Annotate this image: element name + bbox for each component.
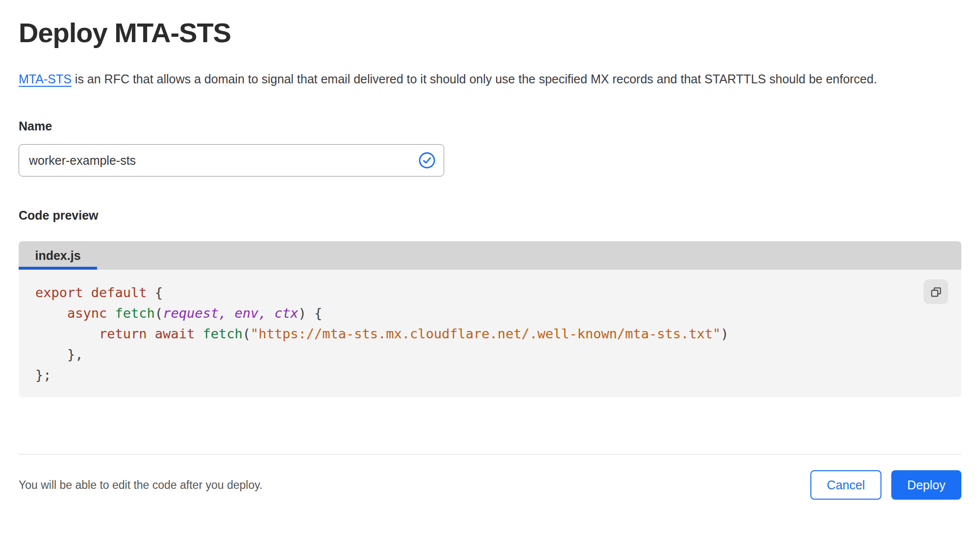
deploy-button[interactable]: Deploy xyxy=(891,470,961,500)
code-line: }; xyxy=(35,365,922,385)
deploy-mta-sts-page: Deploy MTA-STS MTA-STS is an RFC that al… xyxy=(0,0,980,500)
code-editor-preview: export default { async fetch(request, en… xyxy=(19,270,961,397)
page-description-text: is an RFC that allows a domain to signal… xyxy=(75,72,877,86)
footer-note: You will be able to edit the code after … xyxy=(19,479,262,492)
copy-icon xyxy=(930,285,943,299)
code-tab-bar: index.js xyxy=(19,241,961,270)
copy-code-button[interactable] xyxy=(924,279,948,304)
code-line: }, xyxy=(35,344,922,365)
code-line: async fetch(request, env, ctx) { xyxy=(35,303,922,324)
mta-sts-link[interactable]: MTA-STS xyxy=(19,72,72,86)
code-line: return await fetch("https://mta-sts.mx.c… xyxy=(35,324,922,344)
tab-label: index.js xyxy=(35,249,80,263)
footer-bar: You will be able to edit the code after … xyxy=(19,470,961,500)
code-line: export default { xyxy=(35,282,922,303)
tab-index-js[interactable]: index.js xyxy=(19,241,97,270)
cancel-button[interactable]: Cancel xyxy=(810,470,881,500)
name-label: Name xyxy=(19,119,961,133)
name-input-wrapper xyxy=(19,144,444,177)
code-preview-card: index.js export default { async fetch(re… xyxy=(19,241,961,397)
footer-actions: Cancel Deploy xyxy=(810,470,961,500)
code-preview-label: Code preview xyxy=(19,208,961,223)
name-input[interactable] xyxy=(19,144,444,177)
footer-divider xyxy=(19,454,961,455)
page-title: Deploy MTA-STS xyxy=(19,17,961,49)
code-content: export default { async fetch(request, en… xyxy=(35,282,922,385)
page-description: MTA-STS is an RFC that allows a domain t… xyxy=(19,68,955,90)
